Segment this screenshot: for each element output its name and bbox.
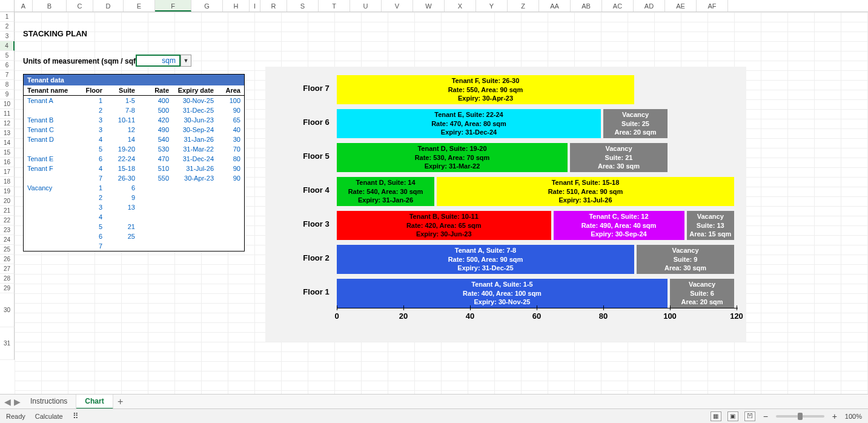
- column-header-X[interactable]: X: [445, 0, 476, 12]
- cell-name[interactable]: [24, 202, 79, 212]
- cell-rate[interactable]: 490: [139, 125, 173, 135]
- cell-rate[interactable]: 530: [139, 144, 173, 154]
- column-header-U[interactable]: U: [350, 0, 382, 12]
- zoom-slider[interactable]: [776, 415, 824, 418]
- cell-name[interactable]: [24, 173, 79, 183]
- view-normal-button[interactable]: ▦: [711, 411, 721, 421]
- column-header-T[interactable]: T: [319, 0, 350, 12]
- cell-suite[interactable]: 25: [106, 231, 139, 241]
- cell-exp[interactable]: [173, 193, 217, 202]
- table-row[interactable]: 27-850031-Dec-2590: [24, 105, 244, 115]
- column-header-I[interactable]: I: [250, 0, 260, 12]
- row-header-1[interactable]: 1: [0, 12, 15, 22]
- cell-exp[interactable]: [173, 222, 217, 231]
- row-header-19[interactable]: 19: [0, 187, 15, 196]
- column-header-D[interactable]: D: [93, 0, 124, 12]
- chart-segment[interactable]: Tenant D, Suite: 14Rate: 540, Area: 30 s…: [337, 177, 434, 206]
- cell-exp[interactable]: [173, 202, 217, 212]
- chart-segment[interactable]: VacancySuite: 13Area: 15 sqm: [687, 211, 735, 240]
- cell-floor[interactable]: 2: [79, 105, 106, 115]
- chart-segment[interactable]: VacancySuite: 25Area: 20 sqm: [603, 109, 668, 138]
- cell-area[interactable]: [217, 212, 244, 222]
- chart-segment[interactable]: Tenant F, Suite: 26-30Rate: 550, Area: 9…: [337, 75, 634, 104]
- row-header-16[interactable]: 16: [0, 158, 15, 167]
- row-header-11[interactable]: 11: [0, 109, 15, 119]
- column-header-Z[interactable]: Z: [508, 0, 539, 12]
- cell-suite[interactable]: 21: [106, 222, 139, 231]
- row-header-6[interactable]: 6: [0, 61, 15, 70]
- chart-segment[interactable]: VacancySuite: 6Area: 20 sqm: [670, 279, 734, 308]
- cell-name[interactable]: [24, 222, 79, 231]
- cell-name[interactable]: [24, 144, 79, 154]
- row-header-17[interactable]: 17: [0, 167, 15, 177]
- cell-exp[interactable]: [173, 231, 217, 241]
- table-row[interactable]: Tenant C31249030-Sep-2440: [24, 125, 244, 135]
- cell-rate[interactable]: 510: [139, 164, 173, 173]
- cell-floor[interactable]: 4: [79, 135, 106, 144]
- zoom-thumb[interactable]: [798, 413, 803, 420]
- table-row[interactable]: 521: [24, 222, 244, 231]
- cell-exp[interactable]: 31-Jan-26: [173, 135, 217, 144]
- row-header-22[interactable]: 22: [0, 216, 15, 225]
- cell-suite[interactable]: 9: [106, 193, 139, 202]
- row-header-4[interactable]: 4: [0, 41, 15, 51]
- cell-floor[interactable]: 3: [79, 202, 106, 212]
- column-headers[interactable]: ABCDEFGHIRSTUVWXYZAAABACADAEAF: [0, 0, 868, 12]
- row-headers[interactable]: 1234567891011121314151617181920212223242…: [0, 12, 15, 360]
- row-header-29[interactable]: 29: [0, 284, 15, 293]
- chart-segment[interactable]: Tenant D, Suite: 19-20Rate: 530, Area: 7…: [337, 143, 568, 172]
- column-header-E[interactable]: E: [124, 0, 155, 12]
- table-row[interactable]: 313: [24, 202, 244, 212]
- chart-segment[interactable]: VacancySuite: 21Area: 30 sqm: [570, 143, 668, 172]
- cell-floor[interactable]: 3: [79, 125, 106, 135]
- cell-exp[interactable]: [173, 183, 217, 193]
- row-header-2[interactable]: 2: [0, 22, 15, 32]
- row-header-25[interactable]: 25: [0, 245, 15, 255]
- cell-area[interactable]: 90: [217, 164, 244, 173]
- column-header-AA[interactable]: AA: [539, 0, 571, 12]
- column-header-F[interactable]: F: [155, 0, 191, 12]
- cell-floor[interactable]: 1: [79, 96, 106, 105]
- row-header-12[interactable]: 12: [0, 119, 15, 128]
- cell-exp[interactable]: 30-Jun-23: [173, 115, 217, 125]
- chart-segment[interactable]: VacancySuite: 9Area: 30 sqm: [637, 245, 734, 274]
- cell-area[interactable]: [217, 241, 244, 251]
- cell-rate[interactable]: [139, 231, 173, 241]
- cell-suite[interactable]: 7-8: [106, 105, 139, 115]
- cell-area[interactable]: 90: [217, 105, 244, 115]
- row-header-5[interactable]: 5: [0, 51, 15, 61]
- cell-exp[interactable]: 30-Apr-23: [173, 173, 217, 183]
- table-row[interactable]: Tenant D41454031-Jan-2630: [24, 135, 244, 144]
- tenant-data-table[interactable]: Tenant data Tenant name Floor Suite Rate…: [23, 74, 245, 251]
- cell-area[interactable]: 70: [217, 144, 244, 154]
- row-header-21[interactable]: 21: [0, 206, 15, 216]
- cell-area[interactable]: [217, 231, 244, 241]
- cell-exp[interactable]: [173, 212, 217, 222]
- cell-floor[interactable]: 5: [79, 222, 106, 231]
- column-header-V[interactable]: V: [382, 0, 413, 12]
- table-row[interactable]: 4: [24, 212, 244, 222]
- column-header-AC[interactable]: AC: [602, 0, 634, 12]
- tab-nav-prev[interactable]: ◀: [2, 397, 12, 407]
- row-header-15[interactable]: 15: [0, 148, 15, 158]
- cell-rate[interactable]: 400: [139, 96, 173, 105]
- cell-suite[interactable]: [106, 212, 139, 222]
- cell-floor[interactable]: 5: [79, 144, 106, 154]
- sheet-tab-instructions[interactable]: Instructions: [22, 395, 76, 409]
- row-header-27[interactable]: 27: [0, 264, 15, 274]
- row-header-30[interactable]: 30: [0, 293, 15, 327]
- column-header-Y[interactable]: Y: [476, 0, 508, 12]
- table-row[interactable]: Tenant B310-1142030-Jun-2365: [24, 115, 244, 125]
- cell-area[interactable]: 30: [217, 135, 244, 144]
- cell-floor[interactable]: 7: [79, 241, 106, 251]
- cell-area[interactable]: 40: [217, 125, 244, 135]
- cell-floor[interactable]: 7: [79, 173, 106, 183]
- row-header-31[interactable]: 31: [0, 327, 15, 360]
- cell-floor[interactable]: 2: [79, 193, 106, 202]
- cell-rate[interactable]: [139, 212, 173, 222]
- cell-floor[interactable]: 3: [79, 115, 106, 125]
- chart-segment[interactable]: Tenant A, Suite: 7-8Rate: 500, Area: 90 …: [337, 245, 634, 274]
- edit-icon[interactable]: ⠿: [73, 411, 79, 421]
- cell-area[interactable]: [217, 183, 244, 193]
- cell-suite[interactable]: 12: [106, 125, 139, 135]
